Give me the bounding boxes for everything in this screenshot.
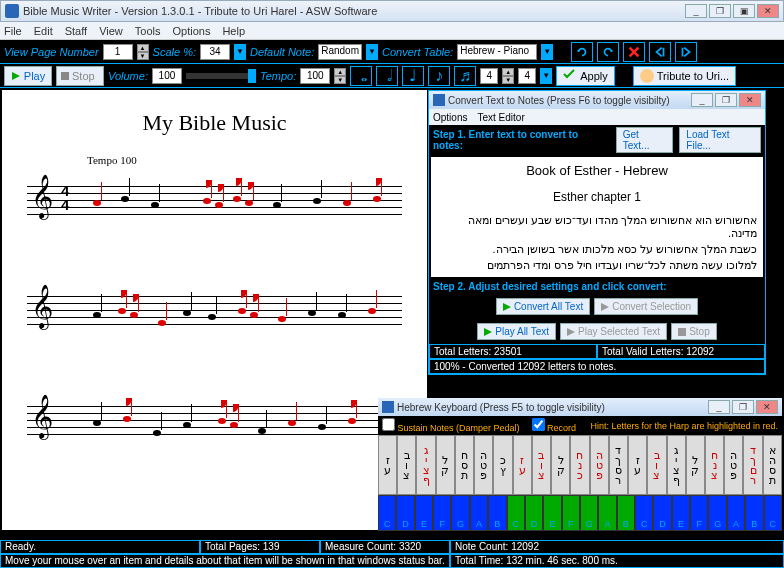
hebrew-key[interactable]: חנכ	[570, 435, 589, 495]
piano-key[interactable]: B	[488, 495, 506, 531]
piano-key[interactable]: A	[470, 495, 488, 531]
undo-button[interactable]	[571, 42, 593, 62]
piano-key[interactable]: G	[580, 495, 598, 531]
hebrew-key[interactable]: זע	[628, 435, 647, 495]
piano-key[interactable]: F	[433, 495, 451, 531]
score-area[interactable]: My Bible Music Tempo 100 𝄞 44 𝄞	[2, 90, 427, 530]
menu-options[interactable]: Options	[172, 25, 210, 37]
hebrew-key[interactable]: חסת	[455, 435, 474, 495]
piano-key[interactable]: A	[727, 495, 745, 531]
tempo-input[interactable]	[300, 68, 330, 84]
hebrew-key[interactable]: חנצ	[705, 435, 724, 495]
volume-input[interactable]	[152, 68, 182, 84]
piano-key[interactable]: C	[507, 495, 525, 531]
note-whole-button[interactable]: 𝅝	[350, 66, 372, 86]
dialog-stop-button[interactable]: Stop	[671, 323, 717, 340]
piano-key[interactable]: D	[653, 495, 671, 531]
delete-button[interactable]	[623, 42, 645, 62]
timesig-num-input[interactable]	[480, 68, 498, 84]
kbd-minimize-button[interactable]: _	[708, 400, 730, 414]
piano-key[interactable]: G	[451, 495, 469, 531]
hebrew-key[interactable]: דךסר	[609, 435, 628, 495]
dialog-minimize-button[interactable]: _	[691, 93, 713, 107]
play-button[interactable]: Play	[4, 66, 52, 86]
piano-key[interactable]: C	[764, 495, 782, 531]
hebrew-key[interactable]: לק	[551, 435, 570, 495]
convert-dialog-titlebar[interactable]: Convert Text to Notes (Press F6 to toggl…	[429, 91, 765, 109]
page-input[interactable]	[103, 44, 133, 60]
menu-edit[interactable]: Edit	[34, 25, 53, 37]
convert-selection-button[interactable]: Convert Selection	[594, 298, 698, 315]
dialog-close-button[interactable]: ✕	[739, 93, 761, 107]
minimize-button[interactable]: _	[685, 4, 707, 18]
hebrew-key[interactable]: כץ	[493, 435, 512, 495]
hebrew-key[interactable]: לק	[686, 435, 705, 495]
convert-menu-texteditor[interactable]: Text Editor	[477, 112, 524, 123]
piano-key[interactable]: B	[745, 495, 763, 531]
tribute-button[interactable]: Tribute to Uri...	[633, 66, 736, 86]
hebrew-key[interactable]: לק	[436, 435, 455, 495]
hebrew-key[interactable]: הטפ	[474, 435, 493, 495]
hebrew-key[interactable]: אהסת	[763, 435, 782, 495]
menu-staff[interactable]: Staff	[65, 25, 87, 37]
hebrew-key[interactable]: דךםר	[743, 435, 762, 495]
convert-text-area[interactable]: Book of Esther - Hebrew Esther chapter 1…	[431, 157, 763, 277]
menu-view[interactable]: View	[99, 25, 123, 37]
convert-menu-options[interactable]: Options	[433, 112, 467, 123]
play-selected-text-button[interactable]: Play Selected Text	[560, 323, 667, 340]
piano-key[interactable]: E	[672, 495, 690, 531]
piano-key[interactable]: E	[543, 495, 561, 531]
hebrew-key[interactable]: בוצ	[397, 435, 416, 495]
tempo-spinner[interactable]: ▲▼	[334, 68, 346, 84]
maximize-button[interactable]: ❐	[709, 4, 731, 18]
apply-button[interactable]: Apply	[556, 66, 615, 86]
piano-key[interactable]: A	[598, 495, 616, 531]
scale-input[interactable]	[200, 44, 230, 60]
kbd-maximize-button[interactable]: ❐	[732, 400, 754, 414]
convert-table-dropdown[interactable]: ▼	[541, 44, 553, 60]
kbd-close-button[interactable]: ✕	[756, 400, 778, 414]
play-all-text-button[interactable]: Play All Text	[477, 323, 556, 340]
piano-key[interactable]: G	[708, 495, 726, 531]
piano-key[interactable]: E	[415, 495, 433, 531]
menu-help[interactable]: Help	[222, 25, 245, 37]
piano-key[interactable]: F	[562, 495, 580, 531]
hebrew-key[interactable]: הטפ	[590, 435, 609, 495]
scale-dropdown[interactable]: ▼	[234, 44, 246, 60]
next-button[interactable]	[675, 42, 697, 62]
piano-key[interactable]: C	[378, 495, 396, 531]
get-text-button[interactable]: Get Text...	[616, 127, 674, 153]
menu-file[interactable]: File	[4, 25, 22, 37]
redo-button[interactable]	[597, 42, 619, 62]
note-quarter-button[interactable]: ♩	[402, 66, 424, 86]
piano-key[interactable]: D	[525, 495, 543, 531]
note-eighth-button[interactable]: ♪	[428, 66, 450, 86]
dialog-maximize-button[interactable]: ❐	[715, 93, 737, 107]
piano-key[interactable]: D	[396, 495, 414, 531]
hebrew-key[interactable]: בוצ	[647, 435, 666, 495]
note-half-button[interactable]: 𝅗𝅥	[376, 66, 398, 86]
timesig-den-input[interactable]	[518, 68, 536, 84]
piano-key[interactable]: C	[635, 495, 653, 531]
hebrew-key[interactable]: זע	[378, 435, 397, 495]
close-button[interactable]: ✕	[757, 4, 779, 18]
record-checkbox[interactable]: Record	[532, 418, 577, 433]
hebrew-key[interactable]: גיצף	[416, 435, 435, 495]
timesig-den-dropdown[interactable]: ▼	[540, 68, 552, 84]
timesig-num-spinner[interactable]: ▲▼	[502, 68, 514, 84]
default-note-select[interactable]: Random	[318, 44, 362, 60]
volume-slider[interactable]	[186, 73, 256, 79]
hebrew-key[interactable]: בוצ	[532, 435, 551, 495]
restore-button[interactable]: ▣	[733, 4, 755, 18]
convert-table-select[interactable]: Hebrew - Piano	[457, 44, 537, 60]
load-text-file-button[interactable]: Load Text File...	[679, 127, 761, 153]
piano-key[interactable]: F	[690, 495, 708, 531]
page-spinner[interactable]: ▲▼	[137, 44, 149, 60]
hebrew-key[interactable]: גיצף	[667, 435, 686, 495]
menu-tools[interactable]: Tools	[135, 25, 161, 37]
piano-key[interactable]: B	[617, 495, 635, 531]
default-note-dropdown[interactable]: ▼	[366, 44, 378, 60]
note-sixteenth-button[interactable]: ♬	[454, 66, 476, 86]
stop-button[interactable]: Stop	[56, 66, 104, 86]
hebrew-key[interactable]: זע	[513, 435, 532, 495]
